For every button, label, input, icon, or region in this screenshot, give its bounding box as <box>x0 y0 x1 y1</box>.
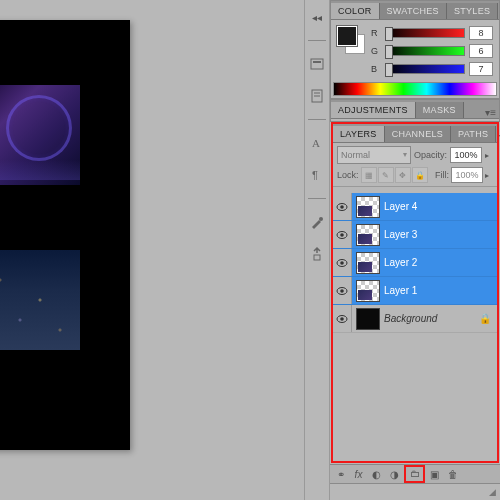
canvas-area[interactable] <box>0 0 304 500</box>
new-group-icon[interactable]: 🗀 <box>404 465 425 483</box>
history-panel-icon[interactable] <box>308 55 326 73</box>
delete-layer-icon[interactable]: 🗑 <box>444 467 461 481</box>
panel-menu-icon[interactable]: ▾≡ <box>482 107 499 118</box>
dock-expand-icon[interactable]: ◂◂ <box>308 8 326 26</box>
link-layers-icon[interactable]: ⚭ <box>332 467 349 481</box>
layer-row[interactable]: Layer 3 <box>333 221 497 249</box>
new-layer-icon[interactable]: ▣ <box>426 467 443 481</box>
visibility-toggle[interactable] <box>333 277 352 304</box>
svg-rect-0 <box>311 59 323 69</box>
color-panel: COLOR SWATCHES STYLES ▾≡ R 8 <box>330 0 500 99</box>
panel-menu-icon[interactable]: ▾≡ <box>496 131 500 142</box>
visibility-toggle[interactable] <box>333 305 352 332</box>
opacity-flyout-icon[interactable]: ▸ <box>485 151 493 160</box>
svg-point-14 <box>340 261 344 265</box>
clone-source-panel-icon[interactable] <box>308 245 326 263</box>
layer-mask-icon[interactable]: ◐ <box>368 467 385 481</box>
tab-color[interactable]: COLOR <box>331 3 380 19</box>
layer-thumbnail[interactable] <box>356 224 380 246</box>
lock-label: Lock: <box>337 170 359 180</box>
visibility-toggle[interactable] <box>333 193 352 220</box>
foreground-color-swatch[interactable] <box>337 26 357 46</box>
placed-image-1[interactable] <box>0 85 80 185</box>
layer-name[interactable]: Layer 1 <box>384 285 497 296</box>
r-label: R <box>371 28 381 38</box>
svg-text:¶: ¶ <box>312 169 318 181</box>
b-label: B <box>371 64 381 74</box>
b-slider[interactable] <box>385 64 465 74</box>
fill-label: Fill: <box>435 170 449 180</box>
tab-channels[interactable]: CHANNELS <box>385 126 451 142</box>
fill-input[interactable]: 100% <box>451 167 483 183</box>
actions-panel-icon[interactable] <box>308 87 326 105</box>
layer-name[interactable]: Layer 3 <box>384 229 497 240</box>
svg-rect-8 <box>314 255 320 260</box>
g-label: G <box>371 46 381 56</box>
resize-grip-icon[interactable]: ◢ <box>489 487 496 497</box>
b-value[interactable]: 7 <box>469 62 493 76</box>
r-value[interactable]: 8 <box>469 26 493 40</box>
visibility-toggle[interactable] <box>333 249 352 276</box>
placed-image-2[interactable] <box>0 250 80 350</box>
fill-flyout-icon[interactable]: ▸ <box>485 171 493 180</box>
window-statusbar: ◢ <box>330 483 500 500</box>
layer-thumbnail[interactable] <box>356 196 380 218</box>
tab-styles[interactable]: STYLES <box>447 3 498 19</box>
layer-thumbnail[interactable] <box>356 308 380 330</box>
foreground-background-swatch[interactable] <box>337 26 365 54</box>
color-ramp[interactable] <box>333 82 497 96</box>
svg-point-10 <box>340 205 344 209</box>
lock-position-icon[interactable]: ✥ <box>395 167 411 183</box>
svg-point-7 <box>319 217 323 221</box>
layer-thumbnail[interactable] <box>356 280 380 302</box>
lock-transparency-icon[interactable]: ▦ <box>361 167 377 183</box>
brush-panel-icon[interactable] <box>308 213 326 231</box>
lock-icon: 🔒 <box>479 313 493 324</box>
collapsed-panel-dock: ◂◂ A ¶ <box>304 0 330 500</box>
g-slider[interactable] <box>385 46 465 56</box>
layer-row[interactable]: Layer 4 <box>333 193 497 221</box>
g-value[interactable]: 6 <box>469 44 493 58</box>
layers-panel-footer: ⚭ fx ◐ ◑ 🗀 ▣ 🗑 <box>330 464 500 483</box>
visibility-toggle[interactable] <box>333 221 352 248</box>
adjustments-panel: ADJUSTMENTS MASKS ▾≡ <box>330 99 500 122</box>
layers-panel-highlighted: LAYERS CHANNELS PATHS ▾≡ Normal Opacity:… <box>331 122 499 463</box>
blend-mode-dropdown[interactable]: Normal <box>337 146 411 164</box>
character-panel-icon[interactable]: A <box>308 134 326 152</box>
paragraph-panel-icon[interactable]: ¶ <box>308 166 326 184</box>
lock-pixels-icon[interactable]: ✎ <box>378 167 394 183</box>
opacity-input[interactable]: 100% <box>450 147 482 163</box>
layer-row[interactable]: Layer 2 <box>333 249 497 277</box>
tab-adjustments[interactable]: ADJUSTMENTS <box>331 102 416 118</box>
layer-fx-icon[interactable]: fx <box>350 467 367 481</box>
layer-thumbnail[interactable] <box>356 252 380 274</box>
tab-layers[interactable]: LAYERS <box>333 126 385 142</box>
r-slider[interactable] <box>385 28 465 38</box>
opacity-label: Opacity: <box>414 150 447 160</box>
layer-row[interactable]: Background🔒 <box>333 305 497 333</box>
svg-rect-1 <box>313 61 321 63</box>
tab-masks[interactable]: MASKS <box>416 102 464 118</box>
svg-point-16 <box>340 289 344 293</box>
layer-row[interactable]: Layer 1 <box>333 277 497 305</box>
layer-name[interactable]: Layer 4 <box>384 201 497 212</box>
tab-swatches[interactable]: SWATCHES <box>380 3 447 19</box>
document-canvas[interactable] <box>0 20 130 450</box>
tab-paths[interactable]: PATHS <box>451 126 496 142</box>
adjustment-layer-icon[interactable]: ◑ <box>386 467 403 481</box>
svg-point-18 <box>340 317 344 321</box>
layer-name[interactable]: Layer 2 <box>384 257 497 268</box>
svg-text:A: A <box>312 137 320 149</box>
svg-point-12 <box>340 233 344 237</box>
layer-name[interactable]: Background <box>384 313 479 324</box>
lock-all-icon[interactable]: 🔒 <box>412 167 428 183</box>
layer-list[interactable]: Layer 4Layer 3Layer 2Layer 1Background🔒 <box>333 186 497 461</box>
panels-column: COLOR SWATCHES STYLES ▾≡ R 8 <box>330 0 500 500</box>
